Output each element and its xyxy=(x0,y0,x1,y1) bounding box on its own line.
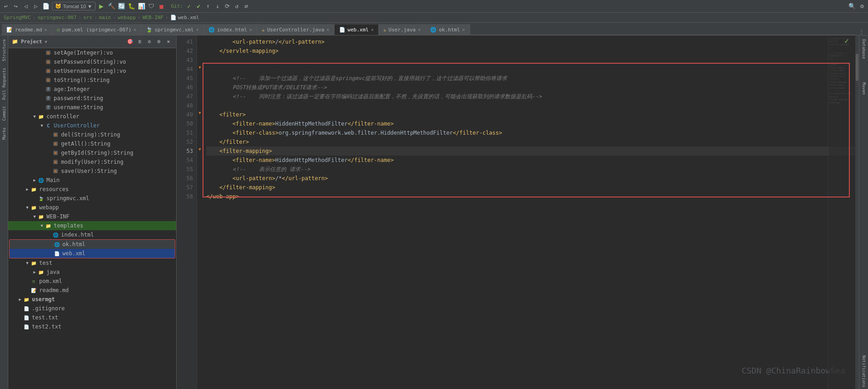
tree-item-password[interactable]: f password:String xyxy=(8,94,176,103)
maven-panel-btn[interactable]: Maven xyxy=(861,81,867,96)
tomcat-button[interactable]: 🐱 Tomcat 10 ▼ xyxy=(52,2,96,10)
code-area[interactable]: <url-pattern>/</url-pattern> </servlet-m… xyxy=(203,35,859,389)
breadcrumb-main[interactable]: main xyxy=(99,15,111,20)
breadcrumb-springmvc007[interactable]: springmvc-007 xyxy=(37,15,76,20)
database-panel-btn[interactable]: Database xyxy=(861,37,867,61)
stop-button[interactable]: ■ xyxy=(157,2,166,10)
tab-springmvc-close[interactable]: × xyxy=(196,27,199,32)
tree-item-getbyid[interactable]: m getById(String):String xyxy=(8,148,176,157)
redo-icon[interactable]: ↪ xyxy=(12,2,20,10)
notifications-panel-btn[interactable]: Notifications xyxy=(861,354,867,389)
tree-item-setPassword[interactable]: m setPassword(String):vo xyxy=(8,57,176,66)
testtxt-icon: 📄 xyxy=(23,314,30,321)
breadcrumb-src[interactable]: src xyxy=(83,15,92,20)
tree-item-gitignore[interactable]: 📄 .gitignore xyxy=(8,304,176,313)
attach-icon[interactable]: 🐛 xyxy=(127,2,136,10)
tree-arrow: ▼ xyxy=(32,114,37,119)
line-num-52: 52 xyxy=(177,137,197,147)
reload-icon[interactable]: 🔄 xyxy=(117,2,126,10)
code-line-53: <filter-mapping> xyxy=(206,147,859,156)
tree-item-readmemd[interactable]: 📝 readme.md xyxy=(8,286,176,295)
tab-readme-close[interactable]: × xyxy=(45,27,47,32)
breadcrumb-webapp[interactable]: webapp xyxy=(118,15,136,20)
tree-item-controller[interactable]: ▼ 📁 controller xyxy=(8,112,176,121)
git-tick-icon[interactable]: ✔ xyxy=(194,2,203,10)
tab-user-close[interactable]: × xyxy=(418,27,421,32)
vertical-scrollbar[interactable] xyxy=(855,35,859,389)
undo-icon[interactable]: ↩ xyxy=(2,2,10,10)
scrollbar-thumb[interactable] xyxy=(856,54,858,81)
tab-userjava[interactable]: ☕ User.java × xyxy=(379,24,426,35)
git-check-icon[interactable]: ✓ xyxy=(185,2,193,10)
run-button[interactable]: ▶ xyxy=(97,2,106,10)
tab-index-close[interactable]: × xyxy=(249,27,252,32)
tree-item-age[interactable]: f age:Integer xyxy=(8,85,176,94)
tree-item-main[interactable]: ▶ 🌐 Main xyxy=(8,176,176,185)
tab-webxml[interactable]: 📄 web.xml × xyxy=(335,25,379,35)
pull-requests-btn[interactable]: Pull Requests xyxy=(1,66,7,101)
tab-ok-close[interactable]: × xyxy=(462,27,465,32)
tree-item-usercontroller-class[interactable]: ▼ C UserController xyxy=(8,121,176,130)
tree-settings-icon[interactable]: ⚙ xyxy=(145,38,153,46)
tree-item-templates[interactable]: ▼ 📁 templates xyxy=(8,221,176,230)
tree-item-webapp[interactable]: ▼ 📁 webapp xyxy=(8,203,176,212)
tab-pomxml[interactable]: m pom.xml (springmvc-007) × xyxy=(52,24,142,35)
git-history-icon[interactable]: ⟳ xyxy=(223,2,231,10)
tree-item-username[interactable]: f username:String xyxy=(8,103,176,112)
git-revert-icon[interactable]: ↺ xyxy=(233,2,241,10)
tab-readme[interactable]: 📝 readme.md × xyxy=(2,24,52,35)
webinf-folder-icon: 📁 xyxy=(37,213,45,220)
tree-item-testtxt[interactable]: 📄 test.txt xyxy=(8,313,176,322)
tab-indexhtml[interactable]: 🌐 index.html × xyxy=(204,24,257,35)
tab-pom-close[interactable]: × xyxy=(134,27,137,32)
tree-item-usermgt[interactable]: ▶ 📁 usermgt xyxy=(8,295,176,304)
git-push-icon[interactable]: ↑ xyxy=(204,2,212,10)
tree-locate-icon[interactable]: 🎯 xyxy=(126,38,134,46)
git-translate-icon[interactable]: ⇄ xyxy=(242,2,250,10)
breadcrumb-springmvc[interactable]: SpringMVC xyxy=(4,15,31,20)
tree-item-save[interactable]: m save(User):String xyxy=(8,167,176,176)
tree-item-modify[interactable]: m modify(User):String xyxy=(8,157,176,167)
profile-icon[interactable]: 📊 xyxy=(137,2,146,10)
tree-item-pomxml[interactable]: m pom.xml xyxy=(8,277,176,286)
tree-item-del[interactable]: m del(String):String xyxy=(8,130,176,139)
tree-item-setUsername[interactable]: m setUsername(String):vo xyxy=(8,66,176,76)
tree-item-setAge[interactable]: m setAge(Integer):vo xyxy=(8,48,176,57)
build-icon[interactable]: 🔨 xyxy=(107,2,116,10)
more-tabs-icon[interactable]: ⋮ xyxy=(855,29,868,35)
tree-item-webxml-file[interactable]: 📄 web.xml xyxy=(10,249,175,258)
red-border-group: 🌐 ok.html 📄 web.xml xyxy=(9,239,175,258)
tree-close-icon[interactable]: × xyxy=(164,38,173,46)
search-icon[interactable]: 🔍 xyxy=(848,2,856,10)
file-icon[interactable]: 📄 xyxy=(42,2,50,10)
tree-item-getall[interactable]: m getAll():String xyxy=(8,139,176,148)
tab-webxml-close[interactable]: × xyxy=(371,27,374,32)
tree-item-toString[interactable]: m toString():String xyxy=(8,76,176,85)
tree-collapse-icon[interactable]: ⊖ xyxy=(155,38,163,46)
tab-springmvcxml[interactable]: 🍃 springmvc.xml × xyxy=(142,24,204,35)
tree-item-resources[interactable]: ▶ 📁 resources xyxy=(8,185,176,194)
breadcrumb-webinf[interactable]: WEB-INF xyxy=(142,15,163,20)
tree-item-indexhtml[interactable]: 🌐 index.html xyxy=(8,230,176,239)
structure-panel-btn[interactable]: Structure xyxy=(1,37,7,63)
marks-btn[interactable]: Marks xyxy=(1,126,7,141)
tree-item-springmvcxml[interactable]: 🍃 springmvc.xml xyxy=(8,194,176,203)
git-pull-icon[interactable]: ↓ xyxy=(213,2,222,10)
tab-controller-close[interactable]: × xyxy=(326,27,329,32)
tree-item-test[interactable]: ▼ 📁 test xyxy=(8,258,176,268)
gutter-53[interactable]: ▼ xyxy=(197,145,203,154)
coverage-icon[interactable]: 🛡 xyxy=(147,2,156,10)
tree-sort-icon[interactable]: ≡ xyxy=(136,38,144,46)
tab-okhtml[interactable]: 🌐 ok.html × xyxy=(426,24,470,35)
tree-item-test2txt[interactable]: 📄 test2.txt xyxy=(8,322,176,331)
tab-usercontroller[interactable]: ☕ UserController.java × xyxy=(257,24,335,35)
commit-btn[interactable]: Commit xyxy=(1,104,7,123)
back-icon[interactable]: ◁ xyxy=(22,2,30,10)
gutter-49[interactable]: ▼ xyxy=(197,108,203,117)
forward-icon[interactable]: ▷ xyxy=(32,2,40,10)
tree-item-java[interactable]: ▶ 📁 java xyxy=(8,268,176,277)
tree-item-webinf[interactable]: ▼ 📁 WEB-INF xyxy=(8,212,176,221)
tree-item-okhtml[interactable]: 🌐 ok.html xyxy=(10,240,175,249)
settings-icon[interactable]: ⚙ xyxy=(858,2,866,10)
gutter-44[interactable]: ▼ xyxy=(197,63,203,72)
